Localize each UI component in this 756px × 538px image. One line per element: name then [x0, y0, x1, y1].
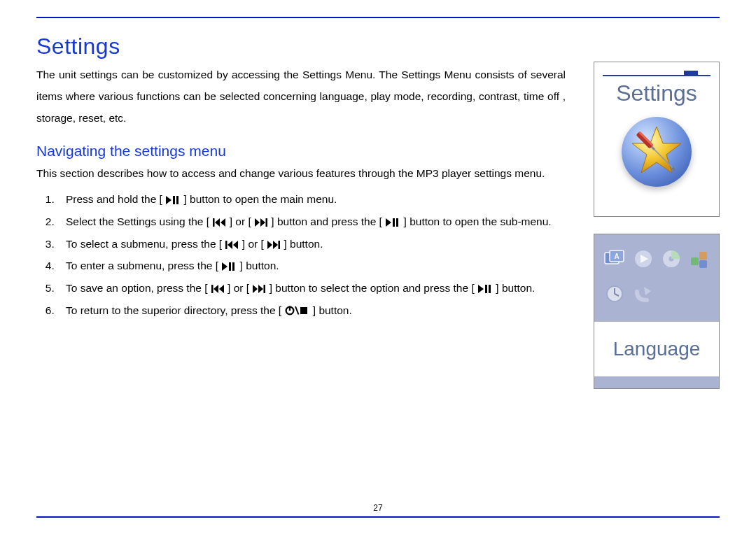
- section-intro: This section describes how to access and…: [36, 162, 566, 184]
- svg-rect-12: [225, 241, 227, 249]
- play-pause-icon: [222, 262, 236, 271]
- screenshot-settings: Settings: [594, 62, 720, 217]
- step-text: To enter a submenu, press the [: [66, 260, 218, 271]
- svg-rect-28: [485, 285, 487, 293]
- step-text: ] button to open the sub-menu.: [404, 215, 552, 227]
- svg-marker-16: [273, 241, 278, 249]
- step-3: To select a submenu, press the [ ] or [ …: [57, 233, 566, 255]
- play-mini-icon: [634, 249, 653, 269]
- play-pause-icon: [166, 196, 180, 204]
- svg-marker-9: [386, 218, 391, 227]
- screenshot-sub-label: Language: [613, 338, 701, 360]
- svg-text:A: A: [614, 253, 619, 260]
- step-text: To select a submenu, press the [: [66, 238, 222, 250]
- svg-rect-3: [213, 218, 215, 227]
- svg-rect-1: [173, 196, 175, 204]
- step-2: Select the Settings using the [ ] or [ ]…: [57, 211, 566, 233]
- svg-rect-49: [699, 260, 707, 268]
- divider-bottom: [36, 516, 720, 518]
- clock-mini-icon: [605, 284, 624, 304]
- next-track-icon: [253, 285, 265, 293]
- svg-marker-25: [258, 285, 263, 293]
- step-text: ] button to select the option and press …: [270, 282, 475, 294]
- prev-track-icon: [213, 218, 225, 227]
- settings-star-icon: [618, 113, 695, 190]
- step-text: ] button.: [313, 304, 352, 316]
- step-text: ] button to open the main menu.: [184, 193, 337, 205]
- step-text: ] or [: [242, 238, 264, 250]
- svg-rect-11: [396, 218, 398, 227]
- page-title: Settings: [36, 34, 566, 59]
- step-text: ] button.: [284, 238, 323, 250]
- prev-track-icon: [211, 285, 224, 293]
- svg-marker-53: [644, 287, 651, 295]
- svg-marker-24: [253, 285, 258, 293]
- svg-line-32: [295, 306, 299, 315]
- screenshot-title: Settings: [594, 80, 719, 106]
- svg-marker-23: [219, 285, 224, 293]
- svg-rect-21: [211, 285, 214, 293]
- step-text: ] button.: [240, 260, 279, 271]
- step-text: ] or [: [227, 282, 249, 294]
- language-mini-icon: A: [603, 248, 626, 269]
- intro-paragraph: The unit settings can be customized by a…: [36, 64, 566, 129]
- next-track-icon: [267, 241, 280, 249]
- svg-marker-13: [227, 241, 232, 249]
- svg-rect-8: [266, 218, 268, 227]
- play-pause-icon: [386, 218, 400, 227]
- play-pause-icon: [478, 285, 492, 293]
- svg-marker-15: [267, 241, 272, 249]
- svg-marker-27: [478, 285, 484, 293]
- svg-marker-7: [260, 218, 265, 227]
- next-track-icon: [255, 218, 267, 227]
- step-text: ] or [: [230, 215, 251, 227]
- step-text: Select the Settings using the [: [66, 215, 209, 227]
- svg-marker-14: [233, 241, 238, 249]
- step-text: To return to the superior directory, pre…: [66, 304, 281, 316]
- svg-rect-10: [393, 218, 395, 227]
- step-1: Press and hold the [ ] button to open th…: [57, 188, 566, 211]
- svg-rect-17: [279, 241, 281, 249]
- svg-marker-5: [220, 218, 225, 227]
- disc-mini-icon: [662, 249, 681, 269]
- step-4: To enter a submenu, press the [ ] button…: [57, 255, 566, 277]
- svg-marker-22: [214, 285, 218, 293]
- blocks-mini-icon: [689, 249, 710, 269]
- svg-rect-2: [176, 196, 178, 204]
- step-6: To return to the superior directory, pre…: [57, 299, 566, 322]
- divider-top: [36, 17, 720, 18]
- svg-marker-4: [215, 218, 220, 227]
- page-number: 27: [0, 503, 756, 513]
- screenshot-language: A Language: [594, 234, 720, 389]
- svg-rect-47: [691, 257, 699, 265]
- step-text: Press and hold the [: [66, 193, 162, 205]
- svg-marker-18: [222, 262, 227, 271]
- step-text: ] button and press the [: [271, 215, 382, 227]
- prev-track-icon: [225, 241, 238, 249]
- svg-rect-19: [229, 262, 231, 271]
- power-stop-icon: [285, 306, 309, 316]
- section-heading-navigating: Navigating the settings menu: [36, 143, 566, 160]
- svg-rect-33: [300, 307, 307, 314]
- svg-rect-29: [489, 285, 491, 293]
- step-text: To save an option, press the [: [66, 282, 207, 294]
- svg-rect-20: [232, 262, 234, 271]
- svg-rect-48: [699, 252, 707, 260]
- tab-indicator: [603, 71, 710, 78]
- arrow-mini-icon: [633, 285, 654, 303]
- steps-list: Press and hold the [ ] button to open th…: [36, 188, 566, 322]
- step-5: To save an option, press the [ ] or [ ] …: [57, 277, 566, 299]
- svg-marker-6: [255, 218, 260, 227]
- svg-marker-0: [166, 196, 172, 204]
- svg-rect-26: [264, 285, 266, 293]
- step-text: ] button.: [496, 282, 535, 294]
